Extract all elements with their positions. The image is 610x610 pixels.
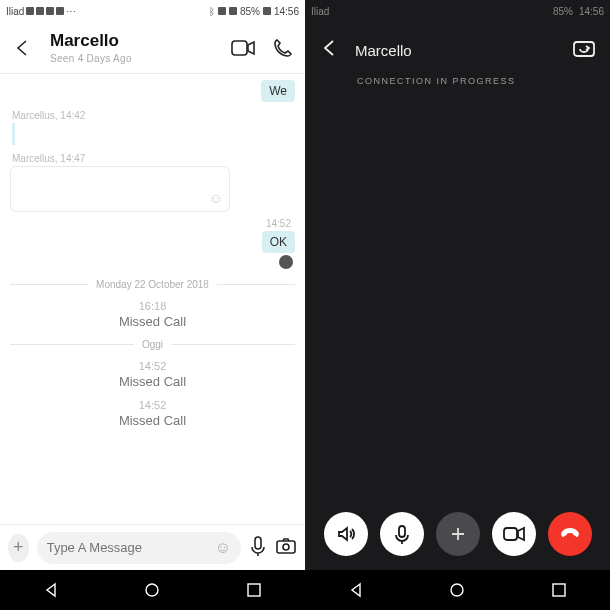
chat-title-block[interactable]: Marcello Seen 4 Days Ago	[34, 31, 231, 64]
svg-rect-6	[574, 42, 594, 56]
status-indicator-icon	[26, 7, 34, 15]
message-out[interactable]: OK	[262, 231, 295, 253]
carrier-label: Iliad	[311, 6, 329, 17]
status-indicator-icon	[36, 7, 44, 15]
nav-back-icon[interactable]	[42, 581, 60, 599]
call-contact-name: Marcello	[355, 42, 412, 59]
video-call-button[interactable]	[231, 39, 255, 57]
status-indicator-icon	[56, 7, 64, 15]
chat-body[interactable]: We Marcellus, 14:42 Marcellus, 14:47 ☺ 1…	[0, 74, 305, 524]
battery-label: 85%	[240, 6, 260, 17]
hangup-button[interactable]	[548, 512, 592, 556]
svg-point-3	[283, 544, 289, 550]
android-navbar	[305, 570, 610, 610]
nav-back-icon[interactable]	[347, 581, 365, 599]
message-meta: Marcellus, 14:47	[12, 153, 295, 164]
add-button[interactable]	[436, 512, 480, 556]
chat-header: Marcello Seen 4 Days Ago	[0, 22, 305, 74]
message-in[interactable]: ☺	[10, 166, 230, 212]
speaker-button[interactable]	[324, 512, 368, 556]
voice-message-button[interactable]	[249, 535, 267, 561]
message-out[interactable]: We	[261, 80, 295, 102]
status-bar: Iliad ⋯ ᛒ 85% 14:56	[0, 0, 305, 22]
nav-recent-icon[interactable]	[550, 581, 568, 599]
battery-label: 85%	[553, 6, 573, 17]
attach-button[interactable]: +	[8, 534, 29, 562]
back-button[interactable]	[319, 37, 341, 63]
last-seen: Seen 4 Days Ago	[50, 53, 231, 64]
call-status: CONNECTION IN PROGRESS	[305, 76, 610, 86]
svg-point-9	[451, 584, 463, 596]
svg-rect-10	[553, 584, 565, 596]
smile-icon: ☺	[209, 190, 223, 206]
svg-rect-7	[399, 526, 405, 537]
svg-rect-5	[248, 584, 260, 596]
today-divider: Oggi	[10, 339, 295, 350]
nfc-icon	[218, 7, 226, 15]
read-avatar	[279, 255, 293, 269]
camera-flip-button[interactable]	[572, 38, 596, 62]
mute-button[interactable]	[380, 512, 424, 556]
message-input[interactable]	[47, 540, 215, 555]
svg-rect-2	[277, 541, 295, 553]
back-button[interactable]	[12, 37, 34, 59]
battery-icon	[263, 7, 271, 15]
call-screen: Iliad 85% 14:56 Marcello CONNECTION IN P…	[305, 0, 610, 610]
video-toggle-button[interactable]	[492, 512, 536, 556]
contact-name: Marcello	[50, 31, 231, 51]
svg-rect-1	[255, 537, 261, 549]
nav-recent-icon[interactable]	[245, 581, 263, 599]
svg-rect-8	[504, 528, 517, 540]
missed-call-entry[interactable]: 16:18 Missed Call	[10, 300, 295, 329]
emoji-button[interactable]: ☺	[215, 539, 231, 557]
clock-label: 14:56	[274, 6, 299, 17]
call-controls	[305, 498, 610, 570]
camera-button[interactable]	[275, 537, 297, 559]
message-time: 14:52	[10, 218, 291, 229]
android-navbar	[0, 570, 305, 610]
missed-call-entry[interactable]: 14:52 Missed Call	[10, 399, 295, 428]
call-header: Marcello	[305, 24, 610, 76]
message-in[interactable]	[12, 123, 20, 145]
svg-rect-0	[232, 41, 247, 55]
voice-call-button[interactable]	[273, 38, 293, 58]
call-body	[305, 86, 610, 498]
clock-label: 14:56	[579, 6, 604, 17]
bluetooth-icon: ᛒ	[209, 6, 215, 17]
svg-point-4	[146, 584, 158, 596]
nav-home-icon[interactable]	[143, 581, 161, 599]
missed-call-entry[interactable]: 14:52 Missed Call	[10, 360, 295, 389]
status-bar: Iliad 85% 14:56	[305, 0, 610, 22]
message-input-wrap[interactable]: ☺	[37, 532, 241, 564]
message-meta: Marcellus, 14:42	[12, 110, 295, 121]
signal-icon	[229, 7, 237, 15]
status-more: ⋯	[66, 6, 76, 17]
chat-screen: Iliad ⋯ ᛒ 85% 14:56 Marcello Seen 4 Days…	[0, 0, 305, 610]
status-indicator-icon	[46, 7, 54, 15]
compose-bar: + ☺	[0, 524, 305, 570]
date-divider: Monday 22 October 2018	[10, 279, 295, 290]
nav-home-icon[interactable]	[448, 581, 466, 599]
carrier-label: Iliad	[6, 6, 24, 17]
